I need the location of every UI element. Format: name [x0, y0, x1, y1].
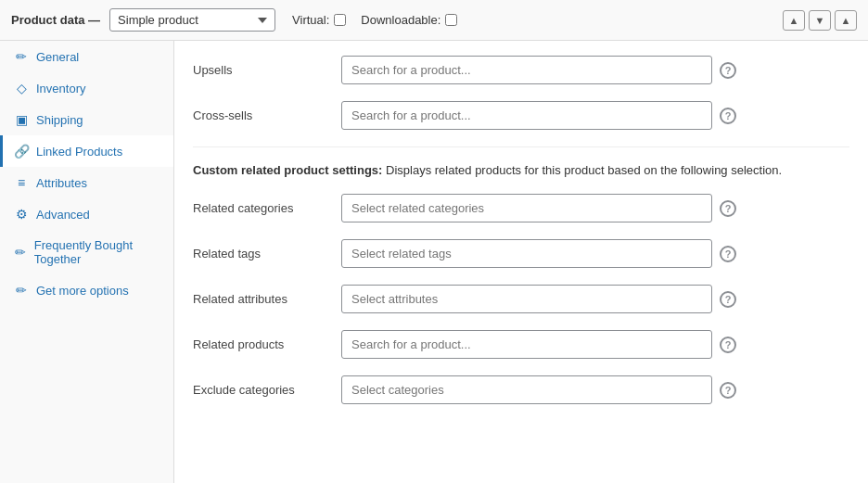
general-icon: ✏ — [14, 49, 29, 64]
header-actions: ▲ ▼ ▲ — [783, 10, 857, 31]
related-attributes-help-icon[interactable]: ? — [720, 291, 736, 308]
sidebar-label-frequently-bought: Frequently Bought Together — [34, 238, 162, 266]
get-more-icon: ✏ — [14, 283, 29, 298]
related-tags-field: ? — [341, 239, 849, 268]
sidebar-item-get-more[interactable]: ✏ Get more options — [0, 274, 173, 306]
inventory-icon: ◇ — [14, 81, 29, 95]
sidebar-label-advanced: Advanced — [36, 208, 90, 222]
related-tags-label: Related tags — [193, 247, 341, 261]
sidebar-item-shipping[interactable]: ▣ Shipping — [0, 104, 173, 135]
related-products-field: ? — [341, 330, 849, 359]
related-products-label: Related products — [193, 337, 341, 351]
crosssells-help-icon[interactable]: ? — [720, 108, 736, 124]
sidebar-label-general: General — [36, 50, 79, 64]
related-tags-help-icon[interactable]: ? — [720, 246, 736, 262]
downloadable-checkbox-label[interactable]: Downloadable: — [361, 13, 457, 27]
frequently-bought-icon: ✏ — [14, 245, 27, 260]
upsells-label: Upsells — [193, 63, 341, 77]
sidebar-item-frequently-bought[interactable]: ✏ Frequently Bought Together — [0, 230, 173, 274]
sidebar: ✏ General ◇ Inventory ▣ Shipping 🔗 Linke… — [0, 41, 174, 483]
related-attributes-label: Related attributes — [193, 292, 341, 306]
upsells-help-icon[interactable]: ? — [720, 62, 736, 79]
virtual-checkbox[interactable] — [334, 14, 346, 26]
sidebar-label-inventory: Inventory — [36, 82, 85, 95]
downloadable-label: Downloadable: — [361, 13, 440, 27]
upsells-input[interactable] — [341, 56, 712, 84]
exclude-categories-field: ? — [341, 375, 849, 404]
related-categories-row: Related categories ? — [193, 194, 849, 222]
shipping-icon: ▣ — [14, 112, 29, 127]
related-tags-input[interactable] — [341, 239, 712, 268]
crosssells-row: Cross-sells ? — [193, 101, 849, 130]
expand-up-button[interactable]: ▲ — [783, 10, 805, 31]
sidebar-label-shipping: Shipping — [36, 113, 83, 127]
crosssells-field: ? — [341, 101, 849, 130]
sidebar-label-get-more: Get more options — [36, 284, 129, 298]
custom-settings-label: Custom related product settings: Display… — [193, 162, 849, 179]
product-type-select[interactable]: Simple product Variable product Grouped … — [109, 8, 275, 32]
advanced-icon: ⚙ — [14, 207, 29, 222]
exclude-categories-label: Exclude categories — [193, 383, 341, 397]
upsells-row: Upsells ? — [193, 56, 849, 84]
related-categories-field: ? — [341, 194, 849, 222]
product-data-header: Product data — Simple product Variable p… — [0, 0, 868, 41]
sidebar-item-inventory[interactable]: ◇ Inventory — [0, 72, 173, 104]
section-divider — [193, 146, 849, 147]
sidebar-label-linked-products: Linked Products — [36, 145, 122, 159]
sidebar-label-attributes: Attributes — [36, 176, 87, 190]
header-checkboxes: Virtual: Downloadable: — [292, 13, 457, 27]
sidebar-item-linked-products[interactable]: 🔗 Linked Products — [0, 135, 173, 167]
related-products-help-icon[interactable]: ? — [720, 337, 736, 353]
custom-settings-sub: Displays related products for this produ… — [386, 163, 782, 177]
exclude-categories-input[interactable] — [341, 375, 712, 404]
virtual-checkbox-label[interactable]: Virtual: — [292, 13, 346, 27]
sidebar-item-advanced[interactable]: ⚙ Advanced — [0, 198, 173, 230]
crosssells-input[interactable] — [341, 101, 712, 130]
main-content: Upsells ? Cross-sells ? Custom related p… — [174, 41, 868, 483]
related-attributes-row: Related attributes ? — [193, 285, 849, 313]
related-categories-input[interactable] — [341, 194, 712, 222]
sidebar-item-attributes[interactable]: ≡ Attributes — [0, 167, 173, 198]
crosssells-label: Cross-sells — [193, 108, 341, 122]
product-data-title: Product data — — [11, 13, 100, 27]
layout: ✏ General ◇ Inventory ▣ Shipping 🔗 Linke… — [0, 41, 868, 483]
related-attributes-field: ? — [341, 285, 849, 313]
attributes-icon: ≡ — [14, 175, 29, 190]
related-tags-row: Related tags ? — [193, 239, 849, 268]
exclude-categories-help-icon[interactable]: ? — [720, 382, 736, 399]
custom-settings-bold: Custom related product settings: — [193, 163, 382, 177]
downloadable-checkbox[interactable] — [445, 14, 457, 26]
virtual-label: Virtual: — [292, 13, 329, 27]
expand-down-button[interactable]: ▼ — [809, 10, 831, 31]
linked-products-icon: 🔗 — [14, 144, 29, 159]
exclude-categories-row: Exclude categories ? — [193, 375, 849, 404]
related-products-row: Related products ? — [193, 330, 849, 359]
related-attributes-input[interactable] — [341, 285, 712, 313]
sidebar-item-general[interactable]: ✏ General — [0, 41, 173, 72]
upsells-field: ? — [341, 56, 849, 84]
related-products-input[interactable] — [341, 330, 712, 359]
expand-all-button[interactable]: ▲ — [835, 10, 857, 31]
related-categories-label: Related categories — [193, 201, 341, 215]
related-categories-help-icon[interactable]: ? — [720, 200, 736, 217]
